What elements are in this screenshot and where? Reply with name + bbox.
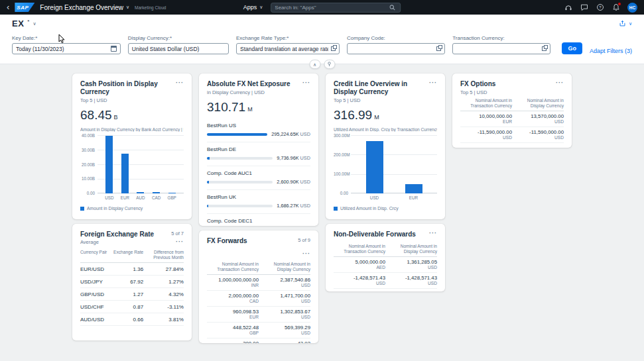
filter-label: Exchange Rate Type:*: [236, 35, 340, 41]
table-row: 10,000,000.00EUR 13,570,000.00USD: [460, 111, 564, 127]
card-title: Absolute FX Net Exposure: [207, 80, 290, 88]
assistant-icon[interactable]: [564, 3, 572, 12]
adapt-filters-link[interactable]: Adapt Filters (3): [590, 48, 632, 54]
chevron-up-icon: ∧: [313, 62, 316, 67]
date-picker-icon[interactable]: [111, 46, 117, 52]
exposure-item: Comp. Code AUC1 2,600.90KUSD: [207, 166, 310, 190]
page-header: EX* ∨ ∨ Key Date:* Display Currency:* Ex…: [0, 15, 644, 64]
filter-company-code: Company Code:: [347, 35, 445, 54]
app-title-menu[interactable]: Foreign Exchange Overview ∨: [40, 4, 129, 11]
fx-options-table: Nominal Amount in Transaction CurrencyNo…: [460, 98, 564, 143]
card-foreign-exchange-rate[interactable]: Foreign Exchange Rate 5 of 7 Average ···…: [72, 224, 192, 340]
table-row: 448,522.48GBP 569,399.29USD: [207, 323, 310, 338]
transaction-currency-input[interactable]: [456, 46, 539, 52]
card-credit-line[interactable]: Credit Line Overview in Display Currency…: [326, 74, 445, 219]
y-axis: 300.00M 200.00M 100.00M 0.00: [334, 133, 351, 195]
table-row: USD/CHF0.87-3.11%: [80, 301, 184, 313]
exposure-item: Comp. Code DEC1 823.94KUSD: [207, 214, 310, 226]
table-row: 2,000,000.00CAD 1,471,700.00USD: [207, 291, 310, 307]
kpi-value: 316.99M: [334, 108, 437, 125]
avatar[interactable]: HC: [627, 3, 637, 13]
overflow-icon[interactable]: ···: [176, 80, 184, 85]
bar: [405, 184, 422, 193]
legend-swatch: [334, 207, 338, 211]
card-fx-forwards[interactable]: FX Forwards 5 of 9 ··· Nominal Amount in…: [199, 231, 318, 343]
card-fx-options[interactable]: FX Options Top 5 | USD ··· Nominal Amoun…: [452, 74, 572, 148]
overflow-icon[interactable]: ···: [302, 80, 310, 85]
overflow-icon[interactable]: ···: [302, 250, 310, 257]
card-subtitle: in Display Currency | USD: [207, 89, 290, 95]
overflow-icon[interactable]: ···: [429, 231, 437, 236]
fx-rate-table: Currency Pair Exchange Rate Difference f…: [80, 250, 184, 326]
card-subtitle: Top 5 | USD: [460, 89, 495, 95]
app-subtitle: Marketing Cloud: [135, 5, 166, 10]
card-counter: 5 of 9: [298, 237, 310, 243]
table-row: 960,098.53EUR 1,302,853.67USD: [207, 307, 310, 323]
key-date-input[interactable]: [16, 46, 108, 52]
card-subtitle: Top 5 | USD: [80, 97, 176, 103]
search-icon[interactable]: [388, 3, 397, 12]
card-subtitle: Average: [80, 239, 99, 245]
value-help-icon[interactable]: [542, 46, 547, 51]
filter-bar: Key Date:* Display Currency:* Exchange R…: [12, 35, 632, 54]
overflow-icon[interactable]: ···: [429, 80, 437, 85]
exposure-item: BestRun US 295,224.65KUSD: [207, 119, 310, 142]
chart-title: Utilized Amount in Disp. Crcy by Transac…: [334, 127, 437, 132]
overflow-icon[interactable]: ···: [556, 80, 564, 85]
table-row: 5,000,000.00AED 1,361,285.05USD: [334, 257, 437, 273]
chevron-down-icon: ∨: [32, 21, 36, 26]
table-row: AUD/USD0.663.81%: [80, 313, 184, 326]
apps-menu-button[interactable]: Apps ∨: [243, 4, 263, 11]
search-input[interactable]: [275, 5, 385, 11]
bar: [121, 154, 129, 194]
pin-icon: [327, 62, 332, 67]
filter-transaction-currency: Transaction Currency:: [452, 35, 550, 54]
cash-position-bar-chart: 40.00B 30.00B 20.00B 10.00B 0.00: [80, 135, 184, 193]
svg-text:?: ?: [599, 5, 602, 9]
back-icon[interactable]: ‹: [7, 0, 9, 15]
shell-search[interactable]: [271, 3, 401, 13]
variant-modified-marker: *: [27, 19, 29, 25]
exchange-rate-type-input[interactable]: [240, 46, 328, 52]
ndf-table: Nominal Amount in Transaction CurrencyNo…: [334, 244, 437, 289]
plot-area: [97, 135, 184, 193]
display-currency-input[interactable]: [132, 46, 225, 52]
overflow-icon[interactable]: ···: [176, 239, 184, 244]
app-title: Foreign Exchange Overview: [40, 4, 123, 11]
chevron-down-icon: ∨: [126, 5, 129, 10]
kpi-value: 68.45B: [80, 108, 184, 125]
card-title: FX Options: [460, 80, 495, 88]
bar: [137, 192, 144, 193]
plot-area: [351, 135, 437, 193]
go-button[interactable]: Go: [562, 42, 582, 54]
value-help-icon[interactable]: [331, 46, 336, 51]
notifications-icon[interactable]: [612, 3, 620, 12]
card-title: Cash Position in Display Currency: [80, 80, 176, 96]
sap-logo[interactable]: SAP: [15, 3, 34, 12]
table-row: -11,590,000.00USD -11,590,000.00USD: [460, 127, 564, 143]
card-title: Foreign Exchange Rate: [80, 231, 154, 238]
card-fx-net-exposure[interactable]: Absolute FX Net Exposure in Display Curr…: [199, 74, 318, 226]
variant-selector[interactable]: EX* ∨: [12, 19, 36, 28]
card-non-deliverable-forwards[interactable]: Non-Deliverable Forwards ··· Nominal Amo…: [326, 224, 445, 291]
y-axis: 40.00B 30.00B 20.00B 10.00B 0.00: [80, 133, 97, 195]
chevron-down-icon: ∨: [629, 21, 632, 26]
bar: [105, 136, 113, 193]
sap-logo-text: SAP: [17, 5, 29, 11]
company-code-input[interactable]: [351, 46, 434, 52]
value-help-icon[interactable]: [436, 46, 441, 51]
bar: [366, 141, 383, 193]
kpi-value: 310.71M: [207, 100, 310, 117]
pin-header-button[interactable]: [324, 60, 335, 69]
filter-label: Display Currency:*: [128, 35, 229, 41]
card-cash-position[interactable]: Cash Position in Display Currency Top 5 …: [72, 74, 192, 219]
chart-legend: Utilized Amount in Disp. Crcy: [334, 206, 437, 211]
chevron-down-icon: ∨: [259, 5, 263, 10]
share-menu-button[interactable]: ∨: [619, 20, 632, 27]
card-title: FX Forwards: [207, 237, 247, 245]
filter-label: Transaction Currency:: [452, 35, 550, 41]
help-icon[interactable]: ?: [596, 3, 604, 12]
card-counter: 5 of 7: [171, 231, 184, 236]
feedback-icon[interactable]: [580, 3, 588, 12]
collapse-header-button[interactable]: ∧: [309, 60, 320, 69]
